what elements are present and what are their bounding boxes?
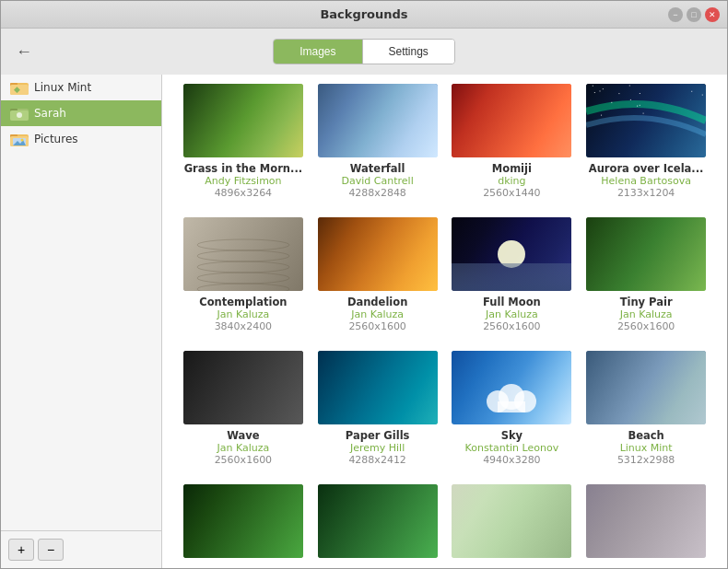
- image-author: Konstantin Leonov: [465, 442, 559, 454]
- image-author: Jan Kaluza: [486, 308, 538, 320]
- image-size: 3840x2400: [215, 320, 273, 332]
- image-cell[interactable]: WaveJan Kaluza2560x1600: [181, 351, 306, 466]
- image-cell[interactable]: WaterfallDavid Cantrell4288x2848: [315, 84, 440, 199]
- image-author: Helena Bartosova: [601, 175, 691, 187]
- sidebar-item-linux-mint[interactable]: ◆ Linux Mint: [1, 75, 161, 100]
- image-size: 2560x1600: [348, 320, 406, 332]
- maximize-button[interactable]: □: [687, 7, 701, 22]
- image-thumbnail: [586, 84, 706, 157]
- image-size: 2133x1204: [617, 187, 675, 199]
- images-grid: Grass in the Morn...Andy Fitzsimon4896x3…: [181, 84, 709, 563]
- image-cell[interactable]: SkyKonstantin Leonov4940x3280: [450, 351, 575, 466]
- sidebar-label-sarah: Sarah: [34, 107, 66, 120]
- images-panel: Grass in the Morn...Andy Fitzsimon4896x3…: [162, 75, 727, 568]
- image-cell[interactable]: Aurora over Icela...Helena Bartosova2133…: [583, 84, 709, 199]
- image-title: Dandelion: [347, 296, 408, 308]
- image-cell[interactable]: ContemplationJan Kaluza3840x2400: [181, 217, 306, 332]
- image-author: Linux Mint: [620, 442, 673, 454]
- minimize-button[interactable]: −: [668, 7, 683, 22]
- image-size: 2560x1600: [483, 320, 541, 332]
- folder-user-icon: [10, 106, 29, 121]
- pictures-icon: [10, 132, 29, 146]
- close-button[interactable]: ✕: [705, 7, 720, 22]
- sidebar-footer: + −: [1, 530, 161, 568]
- image-title: Beach: [628, 429, 663, 442]
- image-thumbnail: [586, 351, 706, 424]
- image-author: Jan Kaluza: [351, 308, 404, 320]
- image-cell[interactable]: BeachLinux Mint5312x2988: [583, 351, 709, 466]
- image-thumbnail: [452, 217, 571, 291]
- image-size: 4940x3280: [483, 454, 541, 466]
- image-author: Jan Kaluza: [217, 442, 269, 454]
- tab-images[interactable]: Images: [274, 40, 362, 64]
- image-cell[interactable]: Full MoonJan Kaluza2560x1600: [450, 217, 575, 332]
- image-title: Aurora over Icela...: [589, 162, 704, 175]
- tab-group: Images Settings: [273, 39, 455, 64]
- image-size: 4288x2412: [348, 454, 406, 466]
- svg-point-7: [17, 112, 22, 118]
- image-cell[interactable]: Momijidking2560x1440: [450, 84, 575, 199]
- image-title: Paper Gills: [346, 429, 410, 442]
- remove-folder-button[interactable]: −: [38, 539, 64, 561]
- sidebar-item-pictures[interactable]: Pictures: [1, 126, 161, 152]
- svg-point-13: [21, 139, 24, 142]
- image-thumbnail: [318, 84, 438, 157]
- sidebar-label-pictures: Pictures: [34, 133, 78, 145]
- image-size: 4896x3264: [215, 187, 273, 199]
- image-cell[interactable]: [583, 484, 709, 563]
- image-cell[interactable]: Grass in the Morn...Andy Fitzsimon4896x3…: [181, 84, 306, 199]
- image-author: Jan Kaluza: [620, 308, 673, 320]
- image-size: 2560x1600: [617, 320, 675, 332]
- image-title: Sky: [501, 429, 523, 442]
- image-title: Contemplation: [199, 296, 287, 308]
- svg-text:◆: ◆: [14, 85, 20, 94]
- image-thumbnail: [586, 217, 706, 291]
- folder-icon: ◆: [10, 80, 29, 95]
- image-thumbnail: [452, 84, 571, 157]
- image-cell[interactable]: Paper GillsJeremy Hill4288x2412: [315, 351, 440, 466]
- toolbar: ← Images Settings: [1, 29, 727, 75]
- back-button[interactable]: ←: [16, 42, 32, 62]
- image-cell[interactable]: DandelionJan Kaluza2560x1600: [315, 217, 440, 332]
- image-cell[interactable]: [450, 484, 575, 563]
- sidebar-list: ◆ Linux Mint Sarah: [1, 75, 161, 530]
- title-bar: Backgrounds − □ ✕: [1, 1, 727, 29]
- main-window: Backgrounds − □ ✕ ← Images Settings: [0, 0, 728, 569]
- image-title: Momiji: [492, 162, 532, 175]
- image-size: 4288x2848: [348, 187, 406, 199]
- main-content: ◆ Linux Mint Sarah: [1, 75, 727, 568]
- image-cell[interactable]: [315, 484, 440, 563]
- sidebar: ◆ Linux Mint Sarah: [1, 75, 162, 568]
- tab-settings[interactable]: Settings: [363, 40, 454, 64]
- image-size: 2560x1440: [483, 187, 541, 199]
- image-thumbnail: [586, 484, 706, 558]
- image-author: Andy Fitzsimon: [205, 175, 281, 187]
- image-size: 2560x1600: [215, 454, 273, 466]
- image-thumbnail: [183, 217, 303, 291]
- image-title: Wave: [227, 429, 259, 442]
- image-thumbnail: [318, 351, 438, 424]
- image-thumbnail: [452, 351, 571, 424]
- window-controls: − □ ✕: [668, 7, 720, 22]
- image-author: David Cantrell: [342, 175, 414, 187]
- image-thumbnail: [183, 351, 303, 424]
- image-author: Jan Kaluza: [217, 308, 269, 320]
- image-author: Jeremy Hill: [350, 442, 405, 454]
- image-title: Tiny Pair: [620, 296, 673, 308]
- image-thumbnail: [183, 84, 303, 157]
- image-cell[interactable]: Tiny PairJan Kaluza2560x1600: [583, 217, 709, 332]
- image-thumbnail: [318, 484, 438, 558]
- image-size: 5312x2988: [617, 454, 675, 466]
- image-thumbnail: [452, 484, 571, 558]
- image-title: Waterfall: [350, 162, 405, 175]
- image-author: dking: [498, 175, 525, 187]
- image-cell[interactable]: [181, 484, 306, 563]
- add-folder-button[interactable]: +: [8, 539, 34, 561]
- image-thumbnail: [183, 484, 303, 558]
- sidebar-label-linux-mint: Linux Mint: [34, 81, 91, 94]
- sidebar-item-sarah[interactable]: Sarah: [1, 100, 161, 126]
- image-title: Grass in the Morn...: [184, 162, 303, 175]
- image-title: Full Moon: [483, 296, 541, 308]
- image-thumbnail: [318, 217, 438, 291]
- window-title: Backgrounds: [320, 7, 407, 21]
